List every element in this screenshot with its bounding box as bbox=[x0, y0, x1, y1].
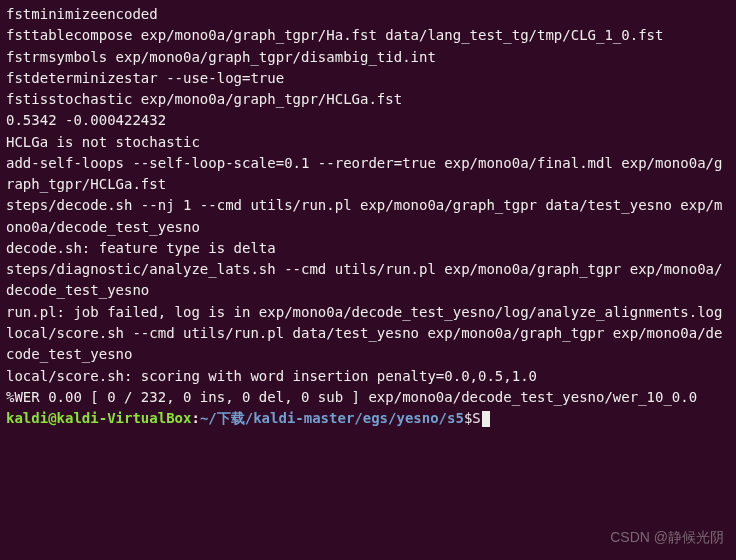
prompt-user-host: kaldi@kaldi-VirtualBox bbox=[6, 408, 191, 429]
cursor-icon bbox=[482, 411, 490, 427]
prompt-path: ~/下载/kaldi-master/egs/yesno/s5 bbox=[200, 408, 464, 429]
prompt-colon: : bbox=[191, 408, 199, 429]
terminal-output: fstminimizeencoded fsttablecompose exp/m… bbox=[6, 4, 730, 408]
command-input[interactable]: S bbox=[472, 408, 489, 429]
watermark-text: CSDN @静候光阴 bbox=[610, 527, 724, 548]
typed-text: S bbox=[472, 408, 480, 429]
prompt-line[interactable]: kaldi@kaldi-VirtualBox:~/下载/kaldi-master… bbox=[6, 408, 730, 429]
prompt-dollar: $ bbox=[464, 408, 472, 429]
